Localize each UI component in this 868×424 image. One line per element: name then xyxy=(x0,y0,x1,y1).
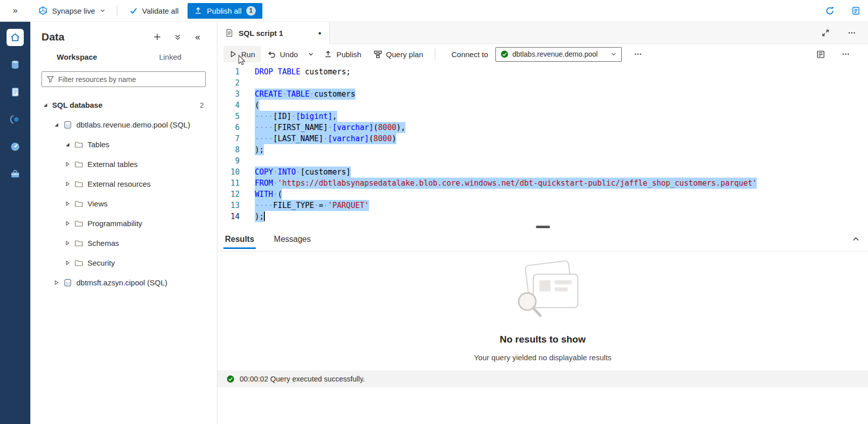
collapsed-caret-icon[interactable] xyxy=(65,260,70,266)
code-line-7[interactable]: 7····[LAST_NAME]·[varchar](8000) xyxy=(217,133,868,144)
empty-results-subtitle: Your query yielded no displayable result… xyxy=(474,353,611,362)
tree-item-external-tables[interactable]: External tables xyxy=(30,154,217,174)
monitor-icon xyxy=(10,141,21,152)
chevron-down-icon xyxy=(308,51,314,57)
tab-label: Results xyxy=(225,235,254,243)
connect-to-pool-dropdown[interactable]: dbtlabs.revenue.demo.pool xyxy=(495,47,622,62)
topbar-right-actions xyxy=(824,5,868,17)
workspace-switcher[interactable]: Synapse live xyxy=(30,6,112,15)
code-line-4[interactable]: 4( xyxy=(217,100,868,111)
code-line-14[interactable]: 14); xyxy=(217,211,868,222)
tree-item-external-resources[interactable]: External resources xyxy=(30,174,217,194)
tab-more-button[interactable] xyxy=(846,27,858,39)
line-content: ····[LAST_NAME]·[varchar](8000) xyxy=(255,133,396,144)
release-notes-button[interactable] xyxy=(850,5,862,17)
collapse-results-button[interactable] xyxy=(850,233,862,245)
expand-editor-button[interactable] xyxy=(819,27,832,39)
line-number: 7 xyxy=(217,133,240,144)
properties-button[interactable] xyxy=(814,48,827,60)
tree-item-views[interactable]: Views xyxy=(30,194,217,214)
editor-tab-strip: SQL script 1 ● xyxy=(217,22,868,44)
run-button[interactable]: Run xyxy=(223,46,261,62)
code-line-10[interactable]: 10COPY·INTO·[customers] xyxy=(217,166,868,178)
code-line-9[interactable]: 9 xyxy=(217,155,868,166)
chevron-down-icon xyxy=(611,51,617,57)
code-line-8[interactable]: 8); xyxy=(217,144,868,155)
line-number: 4 xyxy=(217,100,240,111)
more-icon xyxy=(842,50,850,58)
nav-rail-item-develop[interactable] xyxy=(7,83,24,101)
validate-all-button[interactable]: Validate all xyxy=(122,3,186,19)
query-plan-label: Query plan xyxy=(386,50,423,59)
tree-item-security[interactable]: Security xyxy=(30,253,217,273)
home-icon xyxy=(10,32,21,43)
tab-sql-script-1[interactable]: SQL script 1 ● xyxy=(217,22,330,44)
run-label: Run xyxy=(241,50,255,59)
refresh-button[interactable] xyxy=(824,5,836,17)
tab-workspace[interactable]: Workspace xyxy=(30,47,124,66)
publish-button[interactable]: Publish xyxy=(318,46,367,62)
undo-dropdown-button[interactable] xyxy=(304,46,317,62)
nav-rail-item-integrate[interactable] xyxy=(7,111,24,128)
text-cursor xyxy=(264,211,265,221)
add-resource-button[interactable] xyxy=(151,31,163,43)
tab-linked[interactable]: Linked xyxy=(124,47,217,66)
expand-icon xyxy=(821,29,830,37)
collapsed-caret-icon[interactable] xyxy=(65,161,70,167)
line-content: ····[ID]·[bigint], xyxy=(255,111,337,122)
collapse-all-button[interactable] xyxy=(171,31,184,43)
code-line-11[interactable]: 11FROM·'https://dbtlabsynapsedatalake.bl… xyxy=(217,178,868,189)
toolbar-right-actions xyxy=(814,48,862,60)
publish-all-button[interactable]: Publish all 1 xyxy=(188,3,262,19)
properties-icon xyxy=(816,50,825,59)
code-line-13[interactable]: 13····FILE_TYPE·=·'PARQUET' xyxy=(217,200,868,211)
tab-label: Workspace xyxy=(57,53,97,61)
tab-results[interactable]: Results xyxy=(223,227,256,251)
nav-rail-item-data[interactable] xyxy=(7,56,24,73)
nav-rail-expand-icon[interactable]: » xyxy=(0,6,30,16)
tree-item-label: dbtlabs.revenue.demo.pool (SQL) xyxy=(76,120,190,129)
folder-icon xyxy=(74,219,83,228)
nav-rail-item-home[interactable] xyxy=(7,29,24,46)
page-title: Data xyxy=(41,31,65,43)
expanded-caret-icon[interactable] xyxy=(54,122,59,128)
connected-pool-name: dbtlabs.revenue.demo.pool xyxy=(513,50,607,58)
query-status-bar: 00:00:02 Query executed successfully. xyxy=(217,370,868,387)
tree-item-programmability[interactable]: Programmability xyxy=(30,214,217,233)
publish-label: Publish xyxy=(336,50,361,59)
filter-row xyxy=(30,66,217,89)
collapse-panel-button[interactable]: « xyxy=(192,31,204,43)
expanded-caret-icon[interactable] xyxy=(42,102,48,108)
panel-resize-handle[interactable] xyxy=(536,226,550,228)
code-line-3[interactable]: 3CREATE·TABLE·customers xyxy=(217,89,868,100)
panel-more-button[interactable] xyxy=(840,48,852,60)
code-line-6[interactable]: 6····[FIRST_NAME]·[varchar](8000), xyxy=(217,122,868,133)
undo-button[interactable]: Undo xyxy=(262,46,304,62)
sql-code-editor[interactable]: 1DROP TABLE customers;23CREATE·TABLE·cus… xyxy=(217,64,868,227)
tab-messages[interactable]: Messages xyxy=(272,227,312,251)
line-content: CREATE·TABLE·customers xyxy=(255,89,355,100)
code-line-2[interactable]: 2 xyxy=(217,77,868,89)
expanded-caret-icon[interactable] xyxy=(65,142,70,147)
tree-item-dbtlabs-revenue-demo-pool-sql[interactable]: dbtlabs.revenue.demo.pool (SQL) xyxy=(30,115,217,135)
tree-item-schemas[interactable]: Schemas xyxy=(30,233,217,253)
code-line-5[interactable]: 5····[ID]·[bigint], xyxy=(217,111,868,122)
tree-item-sql-database[interactable]: SQL database2 xyxy=(30,95,217,115)
query-plan-button[interactable]: Query plan xyxy=(368,46,429,62)
tree-item-tables[interactable]: Tables xyxy=(30,135,217,154)
collapsed-caret-icon[interactable] xyxy=(65,201,70,206)
line-content: DROP TABLE customers; xyxy=(255,66,351,77)
line-number: 12 xyxy=(217,189,240,200)
filter-resources-input[interactable] xyxy=(58,75,201,83)
collapsed-caret-icon[interactable] xyxy=(65,221,70,226)
collapsed-caret-icon[interactable] xyxy=(54,280,59,285)
nav-rail-item-monitor[interactable] xyxy=(7,138,24,155)
collapsed-caret-icon[interactable] xyxy=(65,181,70,187)
nav-rail-item-manage[interactable] xyxy=(7,165,24,183)
toolbar-more-button[interactable] xyxy=(632,48,644,60)
collapsed-caret-icon[interactable] xyxy=(65,240,70,246)
tree-item-dbtmsft-azsyn-cipool-sql[interactable]: dbtmsft.azsyn.cipool (SQL) xyxy=(30,273,217,292)
clipboard-icon xyxy=(851,6,860,15)
code-line-12[interactable]: 12WITH·( xyxy=(217,189,868,200)
code-line-1[interactable]: 1DROP TABLE customers; xyxy=(217,66,868,77)
